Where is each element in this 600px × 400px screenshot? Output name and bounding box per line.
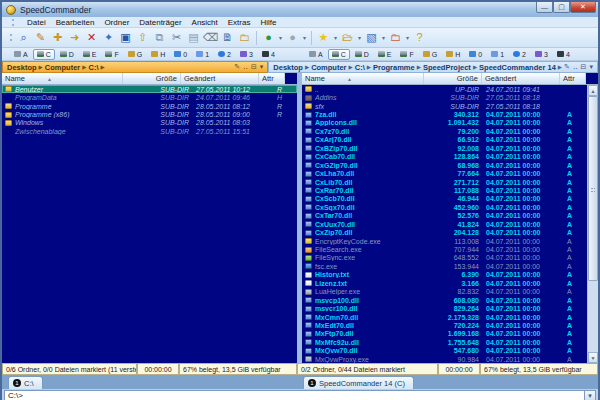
- column-header-date[interactable]: Geändert: [181, 73, 259, 84]
- edit-path-icon[interactable]: ✎: [564, 63, 570, 71]
- delete-icon[interactable]: ✕: [83, 30, 100, 46]
- maximize-button[interactable]: ▢: [553, 2, 570, 13]
- file-row[interactable]: msvcr100.dll829.26404.07.2011 00:00A: [302, 304, 587, 312]
- drive-button-4[interactable]: 4: [258, 49, 279, 60]
- folder-history-icon-dropdown[interactable]: ▾: [356, 34, 363, 41]
- favorites-icon[interactable]: ★: [315, 30, 332, 46]
- file-row[interactable]: msvcp100.dll608.08004.07.2011 00:00A: [302, 296, 587, 304]
- breadcrumb-segment[interactable]: Desktop: [273, 63, 303, 72]
- file-row[interactable]: LuaHelper.exe82.83204.07.2011 00:00A: [302, 288, 587, 296]
- drive-button-E[interactable]: E: [79, 49, 101, 60]
- column-header-name[interactable]: Name▲: [2, 73, 123, 84]
- file-row[interactable]: CxArj70.dll66.91204.07.2011 00:00A: [302, 136, 587, 144]
- file-row[interactable]: AddinsSUB-DIR27.05.2011 08:18: [302, 93, 587, 101]
- scroll-up-icon[interactable]: ▲: [588, 85, 598, 96]
- favorites-icon-dropdown[interactable]: ▾: [332, 34, 339, 41]
- breadcrumb-arrow-icon[interactable]: ▶: [305, 64, 309, 70]
- drive-button-G[interactable]: G: [419, 49, 441, 60]
- drive-button-D[interactable]: D: [56, 49, 78, 60]
- command-history-dropdown-icon[interactable]: ▼: [585, 390, 596, 400]
- file-row[interactable]: History.txt6.39004.07.2011 00:00A: [302, 271, 587, 279]
- folder-history-icon[interactable]: 🗁: [339, 30, 356, 46]
- drive-button-2[interactable]: 2: [214, 49, 235, 60]
- unpack-icon[interactable]: ⇧: [134, 30, 151, 46]
- file-row[interactable]: FileSearch.exe707.94404.07.2011 00:00A: [302, 245, 587, 253]
- pack-icon[interactable]: ▣: [117, 30, 134, 46]
- drive-button-3[interactable]: 3: [531, 49, 552, 60]
- minimize-button[interactable]: —: [536, 2, 553, 13]
- rename-icon[interactable]: ✦: [100, 30, 117, 46]
- file-row[interactable]: CxLib70.dll271.71204.07.2011 00:00A: [302, 178, 587, 186]
- menu-item-ordner[interactable]: Ordner: [104, 18, 129, 27]
- file-row[interactable]: CxScb70.dll46.94404.07.2011 00:00A: [302, 195, 587, 203]
- file-row[interactable]: FileSync.exe648.55204.07.2011 00:00A: [302, 254, 587, 262]
- column-header-size[interactable]: Größe: [123, 73, 181, 84]
- breadcrumb-segment[interactable]: SpeedProject: [423, 63, 471, 72]
- file-row[interactable]: CxUux70.dll41.82404.07.2011 00:00A: [302, 220, 587, 228]
- edit-icon[interactable]: ✎: [32, 30, 49, 46]
- file-row[interactable]: ZwischenablageSUB-DIR27.05.2011 15:51: [2, 127, 297, 135]
- file-row[interactable]: fsc.exe153.94404.07.2011 00:00A: [302, 262, 587, 270]
- file-row[interactable]: Lizenz.txt3.16604.07.2011 00:00A: [302, 279, 587, 287]
- menu-item-bearbeiten[interactable]: Bearbeiten: [56, 18, 95, 27]
- drive-button-G[interactable]: G: [124, 49, 146, 60]
- drive-button-1[interactable]: 1: [487, 49, 508, 60]
- file-row[interactable]: ProgrammeSUB-DIR28.05.2011 08:12R: [2, 102, 297, 110]
- menu-item-datei[interactable]: Datei: [27, 18, 46, 27]
- drive-button-0[interactable]: 0: [170, 49, 191, 60]
- breadcrumb-segment[interactable]: Computer: [311, 63, 346, 72]
- properties-icon[interactable]: 🗎: [219, 30, 236, 46]
- file-row[interactable]: sfxSUB-DIR27.05.2011 08:18: [302, 102, 587, 110]
- drive-button-0[interactable]: 0: [465, 49, 486, 60]
- file-row[interactable]: MxQvw70.dll547.68004.07.2011 00:00A: [302, 347, 587, 355]
- cut-icon[interactable]: ✂: [168, 30, 185, 46]
- breadcrumb-arrow-icon[interactable]: ▶: [100, 64, 104, 70]
- back-icon-dropdown[interactable]: ▾: [277, 34, 284, 41]
- preview-icon[interactable]: ⌕: [15, 30, 32, 46]
- drive-button-A[interactable]: A: [305, 49, 327, 60]
- breadcrumb-arrow-icon[interactable]: ▶: [349, 64, 353, 70]
- menu-item-extras[interactable]: Extras: [228, 18, 251, 27]
- forward-icon[interactable]: ●: [284, 30, 301, 46]
- folder-tab[interactable]: 1 C:\: [8, 376, 43, 389]
- file-row[interactable]: Programme (x86)SUB-DIR28.05.2011 09:00R: [2, 110, 297, 118]
- column-header-date[interactable]: Geändert: [482, 73, 560, 84]
- file-row[interactable]: CxRar70.dll117.08804.07.2011 00:00A: [302, 186, 587, 194]
- favorite-folder-icon[interactable]: 🗀: [387, 30, 404, 46]
- file-row[interactable]: CxSqx70.dll452.96004.07.2011 00:00A: [302, 203, 587, 211]
- file-row[interactable]: Cx7z70.dll79.20004.07.2011 00:00A: [302, 127, 587, 135]
- vertical-scrollbar[interactable]: ▲ ▼: [587, 85, 598, 363]
- drive-button-1[interactable]: 1: [192, 49, 213, 60]
- wipe-icon[interactable]: ⌫: [202, 30, 219, 46]
- folder-tree-icon[interactable]: ⊟: [581, 63, 587, 71]
- paste-icon[interactable]: ▤: [185, 30, 202, 46]
- file-row[interactable]: BenutzerSUB-DIR27.05.2011 10:12R: [2, 85, 297, 93]
- breadcrumb-arrow-icon[interactable]: ▶: [39, 64, 43, 70]
- copy-icon[interactable]: ⧉: [151, 30, 168, 46]
- breadcrumb-arrow-icon[interactable]: ▶: [367, 64, 371, 70]
- breadcrumb-arrow-icon[interactable]: ▶: [82, 64, 86, 70]
- scrollbar-track[interactable]: [588, 96, 598, 352]
- column-header-attr[interactable]: Attr: [560, 73, 586, 84]
- drive-button-A[interactable]: A: [10, 49, 32, 60]
- column-header-attr[interactable]: Attr: [259, 73, 285, 84]
- scroll-down-icon[interactable]: ▼: [588, 352, 598, 363]
- menu-item-hilfe[interactable]: Hilfe: [260, 18, 276, 27]
- file-row[interactable]: ..UP-DIR24.07.2011 09:41: [302, 85, 587, 93]
- folder-tab[interactable]: 1 SpeedCommander 14 (C): [303, 376, 414, 389]
- breadcrumb-arrow-icon[interactable]: ▶: [558, 64, 562, 70]
- file-row[interactable]: CxLha70.dll77.66404.07.2011 00:00A: [302, 169, 587, 177]
- file-row[interactable]: CxCab70.dll128.86404.07.2011 00:00A: [302, 153, 587, 161]
- drive-button-2[interactable]: 2: [509, 49, 530, 60]
- file-row[interactable]: CxZip70.dll204.12804.07.2011 00:00A: [302, 228, 587, 236]
- drive-button-H[interactable]: H: [147, 49, 169, 60]
- help-icon[interactable]: ?: [411, 30, 428, 46]
- path-dropdown-icon[interactable]: ▾: [589, 63, 593, 71]
- path-dropdown-icon[interactable]: ▾: [260, 63, 264, 71]
- folder-tree-icon[interactable]: ⊟: [251, 63, 257, 71]
- drive-button-H[interactable]: H: [442, 49, 464, 60]
- favorite-folder-icon-dropdown[interactable]: ▾: [404, 34, 411, 41]
- breadcrumb-segment[interactable]: C:\: [88, 63, 98, 72]
- breadcrumb-segment[interactable]: C:\: [355, 63, 365, 72]
- search-folder-icon[interactable]: 🗀: [236, 30, 253, 46]
